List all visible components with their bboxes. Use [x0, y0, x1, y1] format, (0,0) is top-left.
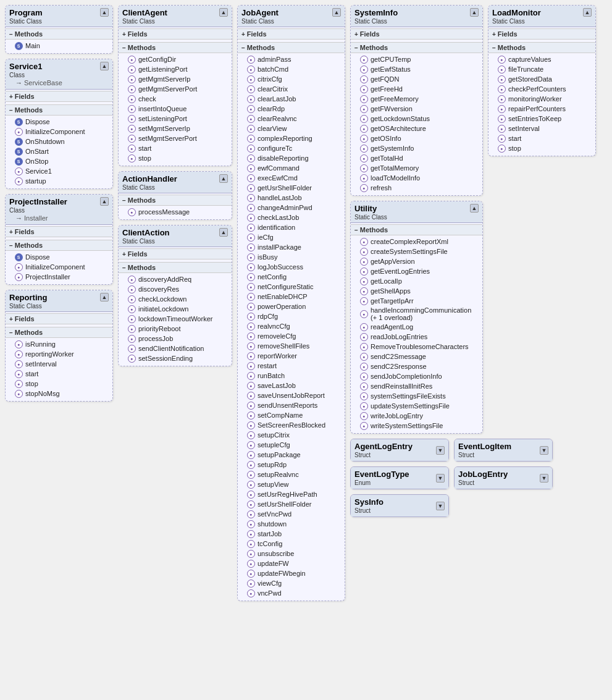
method-icon: ●: [360, 145, 368, 153]
method-icon: ●: [15, 128, 23, 136]
method-icon: ●: [247, 273, 255, 281]
collapse-agentlogentry-btn[interactable]: ▼: [436, 446, 445, 455]
collapse-utility-btn[interactable]: ▲: [470, 204, 479, 213]
reporting-fields-header[interactable]: + Fields: [6, 313, 112, 324]
pi-methods-header[interactable]: − Methods: [6, 240, 112, 251]
si-methods-header[interactable]: − Methods: [351, 42, 482, 53]
clan-fields-header[interactable]: + Fields: [119, 248, 232, 259]
service1-methods-toggle[interactable]: −: [9, 107, 13, 114]
list-item: ●processMessage: [119, 207, 232, 217]
reporting-methods-label: Methods: [15, 329, 43, 336]
method-icon: ●: [128, 115, 136, 123]
enum-eventlogtype: EventLogType Enum ▼: [350, 466, 449, 489]
ca-fields-header[interactable]: + Fields: [119, 28, 232, 40]
ja-methods-toggle[interactable]: −: [241, 44, 245, 51]
reporting-methods-header[interactable]: − Methods: [6, 327, 112, 338]
method-icon: ●: [247, 352, 255, 360]
list-item: ●captureValues: [488, 54, 595, 64]
struct-eventlogitem: EventLogItem Struct ▼: [454, 439, 553, 462]
list-item: ●check: [119, 94, 232, 104]
program-methods-header[interactable]: − Methods: [6, 28, 112, 40]
list-item: SDispose: [6, 252, 112, 262]
service1-base: ServiceBase: [24, 79, 62, 86]
ca-methods-toggle[interactable]: −: [122, 44, 126, 51]
pi-fields-header[interactable]: + Fields: [6, 226, 112, 237]
class-reporting-name: Reporting: [9, 293, 47, 302]
service1-fields-toggle[interactable]: +: [9, 93, 13, 100]
lm-methods-header[interactable]: − Methods: [488, 42, 595, 53]
list-item: ●setupRealvnc: [238, 470, 345, 479]
struct-sysinfo-type: Struct: [354, 507, 384, 514]
list-item: ●getShellApps: [351, 286, 482, 296]
clan-fields-toggle[interactable]: +: [122, 251, 126, 258]
program-methods-toggle[interactable]: −: [9, 31, 13, 38]
list-item: SOnStart: [6, 146, 112, 156]
list-item: ●fileTruncate: [488, 64, 595, 74]
reporting-fields-section: + Fields: [6, 312, 112, 326]
collapse-eventlogitem-btn[interactable]: ▼: [540, 446, 548, 455]
ca-methods-items: ●getConfigDir ●getListeningPort ●getMgmt…: [119, 53, 232, 164]
list-item: ●restart: [238, 361, 345, 371]
static-icon: S: [15, 253, 23, 261]
reporting-methods-toggle[interactable]: −: [9, 329, 13, 336]
method-icon: ●: [247, 431, 255, 439]
lm-fields-header[interactable]: + Fields: [488, 28, 595, 40]
lm-methods-toggle[interactable]: −: [492, 44, 496, 51]
class-loadmonitor-stereotype: Static Class: [492, 18, 541, 25]
lm-fields-toggle[interactable]: +: [492, 31, 496, 38]
collapse-actionhandler-btn[interactable]: ▲: [219, 174, 228, 183]
collapse-program-btn[interactable]: ▲: [100, 8, 109, 17]
service1-fields-header[interactable]: + Fields: [6, 91, 112, 102]
collapse-projectinstaller-btn[interactable]: ▲: [100, 197, 109, 206]
collapse-jobagent-btn[interactable]: ▲: [332, 8, 341, 17]
clan-methods-toggle[interactable]: −: [122, 264, 126, 271]
ah-methods-header[interactable]: − Methods: [119, 195, 232, 206]
collapse-joblogentry-btn[interactable]: ▼: [540, 474, 548, 483]
list-item: ●stopNoMsg: [6, 389, 112, 398]
clan-methods-header[interactable]: − Methods: [119, 262, 232, 273]
collapse-sysinfo-btn[interactable]: ▼: [436, 502, 445, 510]
ja-fields-header[interactable]: + Fields: [238, 28, 345, 40]
list-item: ●getTotalMemory: [351, 163, 482, 173]
si-fields-toggle[interactable]: +: [354, 31, 358, 38]
list-item: ●getAppVersion: [351, 256, 482, 266]
ah-methods-toggle[interactable]: −: [122, 197, 126, 204]
method-icon: ●: [247, 115, 255, 123]
class-actionhandler: ActionHandler Static Class ▲ − Methods ●…: [118, 171, 232, 220]
class-clientagent-header: ClientAgent Static Class ▲: [119, 6, 232, 27]
collapse-eventlogtype-btn[interactable]: ▼: [436, 474, 445, 483]
class-program-header: Program Static Class ▲: [6, 6, 112, 27]
list-item: ●readJobLogEntries: [351, 332, 482, 342]
si-methods-toggle[interactable]: −: [354, 44, 358, 51]
collapse-clientagent-btn[interactable]: ▲: [219, 8, 228, 17]
method-icon: ●: [360, 412, 368, 420]
collapse-systeminfo-btn[interactable]: ▲: [470, 8, 479, 17]
list-item: ●setInterval: [488, 124, 595, 133]
clan-methods-section: − Methods ●discoveryAddReq ●discoveryRes…: [119, 261, 232, 366]
struct-eventlogitem-header: EventLogItem Struct ▼: [455, 439, 552, 461]
collapse-reporting-btn[interactable]: ▲: [100, 293, 109, 302]
reporting-fields-toggle[interactable]: +: [9, 316, 13, 323]
util-methods-toggle[interactable]: −: [354, 227, 358, 234]
class-clientagent-stereotype: Static Class: [122, 18, 167, 25]
class-jobagent-name: JobAgent: [241, 8, 279, 17]
ja-fields-toggle[interactable]: +: [241, 31, 245, 38]
util-methods-header[interactable]: − Methods: [351, 224, 482, 235]
method-icon: ●: [247, 95, 255, 103]
collapse-service1-btn[interactable]: ▲: [100, 62, 109, 70]
pi-methods-toggle[interactable]: −: [9, 242, 13, 249]
ja-methods-header[interactable]: − Methods: [238, 42, 345, 53]
collapse-loadmonitor-btn[interactable]: ▲: [583, 8, 592, 17]
class-loadmonitor-name: LoadMonitor: [492, 8, 541, 17]
ca-methods-header[interactable]: − Methods: [119, 42, 232, 53]
ca-fields-toggle[interactable]: +: [122, 31, 126, 38]
ah-methods-label: Methods: [128, 196, 156, 204]
si-fields-header[interactable]: + Fields: [351, 28, 482, 40]
class-program-controls[interactable]: ▲: [100, 8, 109, 17]
pi-fields-toggle[interactable]: +: [9, 229, 13, 235]
service1-methods-header[interactable]: − Methods: [6, 104, 112, 116]
list-item: ●shutdown: [238, 519, 345, 529]
ah-methods-items: ●processMessage: [119, 206, 232, 218]
column-2: ClientAgent Static Class ▲ + Fields − Me…: [118, 5, 232, 366]
collapse-clientaction-btn[interactable]: ▲: [219, 228, 228, 237]
